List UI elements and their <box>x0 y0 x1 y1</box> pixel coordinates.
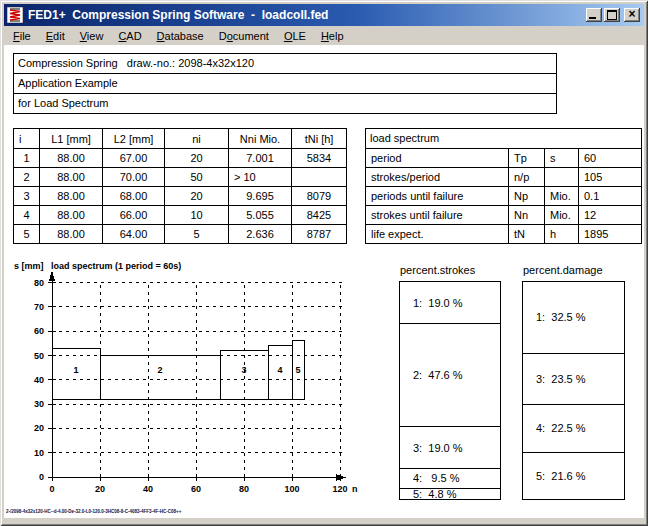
percent-strokes-title: percent.strokes <box>400 264 475 276</box>
table-cell: 20 <box>164 187 228 205</box>
table-cell: 60 <box>578 149 641 167</box>
table-cell: 70.00 <box>102 168 164 186</box>
percent-segment: 2: 47.6 % <box>400 323 500 426</box>
table-cell: 1 <box>14 149 39 167</box>
table-cell: 67.00 <box>102 149 164 167</box>
app-window: FED1+ Compression Spring Software - load… <box>0 0 648 526</box>
menu-database[interactable]: Database <box>157 30 204 42</box>
table-cell: Mio. <box>544 206 578 224</box>
table-cell: 8079 <box>291 187 346 205</box>
svg-text:60: 60 <box>191 484 201 494</box>
menu-view[interactable]: View <box>80 30 104 42</box>
table-cell: s <box>544 149 578 167</box>
svg-text:s [mm]: s [mm] <box>14 261 44 271</box>
menu-document[interactable]: Document <box>219 30 269 42</box>
svg-text:load spectrum (1 period = 60s): load spectrum (1 period = 60s) <box>51 261 181 271</box>
table-row: periods until failureNpMio.0.1 <box>366 186 641 205</box>
column-header: i <box>14 129 39 148</box>
menu-edit[interactable]: Edit <box>46 30 65 42</box>
close-icon: × <box>624 7 640 21</box>
table-cell: 5834 <box>291 149 346 167</box>
table-cell: 7.001 <box>228 149 291 167</box>
svg-text:50: 50 <box>34 351 44 361</box>
table-cell: 0.1 <box>578 187 641 205</box>
table-cell: strokes/period <box>366 168 508 186</box>
column-header: ni <box>164 129 228 148</box>
table-cell: 20 <box>164 149 228 167</box>
table-cell: 2.636 <box>228 225 291 243</box>
table-cell: tN <box>508 225 544 243</box>
table-cell: 66.00 <box>102 206 164 224</box>
table-cell: 68.00 <box>102 187 164 205</box>
minimize-button[interactable] <box>586 8 602 22</box>
svg-text:80: 80 <box>239 484 249 494</box>
column-header: L2 [mm] <box>102 129 164 148</box>
percent-segment: 5: 4.8 % <box>400 488 500 498</box>
percent-damage-panel: 1: 32.5 %3: 23.5 %4: 22.5 %5: 21.6 % <box>522 281 625 500</box>
svg-text:30: 30 <box>34 399 44 409</box>
percent-damage-title: percent.damage <box>523 264 603 276</box>
table-cell: 50 <box>164 168 228 186</box>
menu-cad[interactable]: CAD <box>118 30 141 42</box>
table-cell: 9.695 <box>228 187 291 205</box>
column-header: Nni Mio. <box>228 129 291 148</box>
table-cell: h <box>544 225 578 243</box>
svg-text:0: 0 <box>39 472 44 482</box>
svg-text:20: 20 <box>95 484 105 494</box>
svg-text:40: 40 <box>143 484 153 494</box>
percent-segment: 3: 19.0 % <box>400 426 500 467</box>
table-cell: 10 <box>164 206 228 224</box>
svg-text:20: 20 <box>34 423 44 433</box>
percent-segment: 1: 32.5 % <box>523 282 624 353</box>
svg-text:4: 4 <box>277 365 282 375</box>
table-cell: 3 <box>14 187 39 205</box>
table-cell: 12 <box>578 206 641 224</box>
svg-text:5: 5 <box>295 365 300 375</box>
percent-segment: 5: 21.6 % <box>523 452 624 499</box>
svg-text:70: 70 <box>34 302 44 312</box>
table-row: 388.0068.00209.6958079 <box>14 186 346 205</box>
svg-text:100: 100 <box>284 484 299 494</box>
table-row: 488.0066.00105.0558425 <box>14 205 346 224</box>
minimize-icon <box>589 17 596 19</box>
menu-ole[interactable]: OLE <box>284 30 306 42</box>
table-row: periodTps60 <box>366 148 641 167</box>
percent-segment: 4: 9.5 % <box>400 468 500 489</box>
svg-text:3: 3 <box>241 365 246 375</box>
svg-text:n: n <box>352 484 358 494</box>
table-cell: Tp <box>508 149 544 167</box>
table-cell: n/p <box>508 168 544 186</box>
menu-file[interactable]: File <box>13 30 31 42</box>
maximize-button[interactable] <box>604 8 620 22</box>
table-cell: 88.00 <box>39 149 102 167</box>
table-row: strokes until failureNnMio.12 <box>366 205 641 224</box>
load-spectrum-chart: 01020304050607080020406080100120s [mm]lo… <box>4 255 364 505</box>
menu-help[interactable]: Help <box>321 30 344 42</box>
table-cell: periods until failure <box>366 187 508 205</box>
table-row: 288.0070.0050> 10 <box>14 167 346 186</box>
table-cell: 2 <box>14 168 39 186</box>
svg-text:80: 80 <box>34 278 44 288</box>
table-row: 188.0067.00207.0015834 <box>14 148 346 167</box>
close-button[interactable]: × <box>624 8 640 22</box>
table-cell: 4 <box>14 206 39 224</box>
header-row: Compression Spring draw.-no.: 2098-4x32x… <box>14 54 556 73</box>
table-cell: 8787 <box>291 225 346 243</box>
table-cell: 5 <box>164 225 228 243</box>
table-row: strokes/periodn/p105 <box>366 167 641 186</box>
svg-text:40: 40 <box>34 375 44 385</box>
table-cell: 64.00 <box>102 225 164 243</box>
table-cell: > 10 <box>228 168 291 186</box>
drawing-header-box: Compression Spring draw.-no.: 2098-4x32x… <box>13 53 557 114</box>
table-cell: 5 <box>14 225 39 243</box>
table-row: 588.0064.0052.6368787 <box>14 224 346 243</box>
load-spectrum-table-title: load spectrum <box>366 129 641 148</box>
table-cell: 105 <box>578 168 641 186</box>
header-row: Application Example <box>14 73 556 93</box>
table-cell: 88.00 <box>39 187 102 205</box>
percent-segment: 3: 23.5 % <box>523 353 624 404</box>
percent-segment: 4: 22.5 % <box>523 404 624 453</box>
table-cell: 8425 <box>291 206 346 224</box>
table-cell: 88.00 <box>39 206 102 224</box>
svg-text:2: 2 <box>157 365 162 375</box>
